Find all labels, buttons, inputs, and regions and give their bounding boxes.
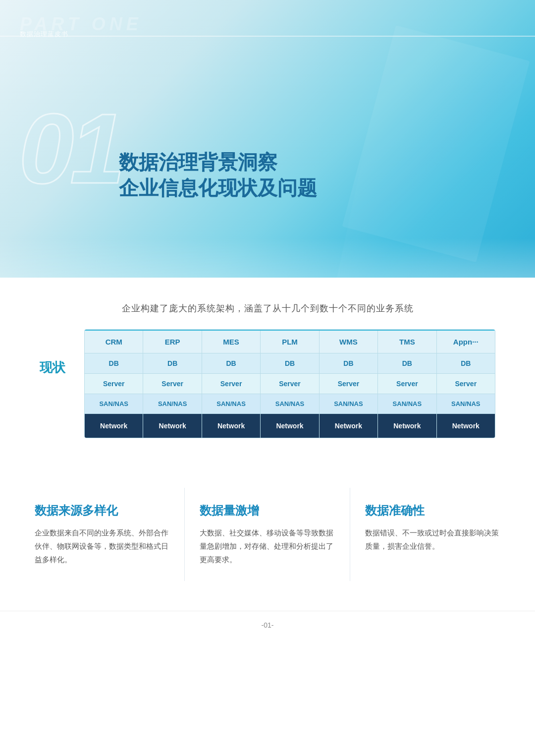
card-1: 数据量激增 大数据、社交媒体、移动设备等导致数据量急剧增加，对存储、处理和分析提… bbox=[185, 488, 350, 581]
table-cell-db-4: DB bbox=[320, 353, 377, 373]
table-cell-app-0: CRM bbox=[85, 331, 143, 353]
header-section: PART ONE 数据治理蓝皮书 01 数据治理背景洞察 企业信息化现状及问题 bbox=[0, 0, 535, 278]
table-cell-sannas-1: SAN/NAS bbox=[143, 394, 201, 413]
card-1-title: 数据量激增 bbox=[200, 503, 334, 518]
systems-section: 企业构建了庞大的系统架构，涵盖了从十几个到数十个不同的业务系统 现状 CRM E… bbox=[0, 278, 535, 463]
current-status-label: 现状 bbox=[40, 359, 69, 376]
table-cell-sannas-2: SAN/NAS bbox=[202, 394, 260, 413]
card-1-body: 大数据、社交媒体、移动设备等导致数据量急剧增加，对存储、处理和分析提出了更高要求… bbox=[200, 526, 334, 566]
table-cell-app-6: Appn··· bbox=[437, 331, 495, 353]
table-cell-db-3: DB bbox=[261, 353, 319, 373]
table-cell-app-4: WMS bbox=[320, 331, 377, 353]
table-cell-sannas-6: SAN/NAS bbox=[437, 394, 495, 413]
title-block: 数据治理背景洞察 企业信息化现状及问题 bbox=[119, 149, 317, 201]
table-cell-app-1: ERP bbox=[143, 331, 201, 353]
table-cell-network-0: Network bbox=[85, 414, 143, 438]
systems-subtitle: 企业构建了庞大的系统架构，涵盖了从十几个到数十个不同的业务系统 bbox=[40, 302, 495, 314]
table-cell-server-6: Server bbox=[437, 374, 495, 394]
table-cell-app-3: PLM bbox=[261, 331, 319, 353]
table-cell-server-1: Server bbox=[143, 374, 201, 394]
table-cell-network-1: Network bbox=[143, 414, 201, 438]
table-cell-db-0: DB bbox=[85, 353, 143, 373]
table-cell-db-1: DB bbox=[143, 353, 201, 373]
table-cell-sannas-5: SAN/NAS bbox=[378, 394, 436, 413]
table-cell-server-0: Server bbox=[85, 374, 143, 394]
table-cell-db-5: DB bbox=[378, 353, 436, 373]
card-2-title: 数据准确性 bbox=[365, 503, 500, 518]
card-0-body: 企业数据来自不同的业务系统、外部合作伙伴、物联网设备等，数据类型和格式日益多样化… bbox=[35, 526, 169, 566]
table-grid: CRM ERP MES PLM WMS TMS Appn··· DB DB DB… bbox=[85, 330, 495, 438]
title-line2: 企业信息化现状及问题 bbox=[119, 175, 317, 201]
table-cell-network-6: Network bbox=[437, 414, 495, 438]
table-cell-server-3: Server bbox=[261, 374, 319, 394]
breadcrumb-label: 数据治理蓝皮书 bbox=[20, 30, 68, 39]
table-cell-server-5: Server bbox=[378, 374, 436, 394]
header-fade bbox=[0, 238, 535, 278]
table-cell-db-2: DB bbox=[202, 353, 260, 373]
page-number: -01- bbox=[262, 621, 274, 629]
table-cell-network-2: Network bbox=[202, 414, 260, 438]
systems-container: 现状 CRM ERP MES PLM WMS TMS Appn··· DB DB… bbox=[40, 329, 495, 438]
table-cell-sannas-0: SAN/NAS bbox=[85, 394, 143, 413]
systems-table: CRM ERP MES PLM WMS TMS Appn··· DB DB DB… bbox=[84, 329, 495, 438]
big-number: 01 bbox=[19, 99, 121, 198]
card-2-body: 数据错误、不一致或过时会直接影响决策质量，损害企业信誉。 bbox=[365, 526, 500, 553]
title-line1: 数据治理背景洞察 bbox=[119, 149, 317, 175]
table-cell-server-2: Server bbox=[202, 374, 260, 394]
table-cell-network-4: Network bbox=[320, 414, 377, 438]
table-cell-network-5: Network bbox=[378, 414, 436, 438]
card-0-title: 数据来源多样化 bbox=[35, 503, 169, 518]
table-cell-network-3: Network bbox=[261, 414, 319, 438]
card-0: 数据来源多样化 企业数据来自不同的业务系统、外部合作伙伴、物联网设备等，数据类型… bbox=[20, 488, 185, 581]
table-cell-sannas-3: SAN/NAS bbox=[261, 394, 319, 413]
table-cell-sannas-4: SAN/NAS bbox=[320, 394, 377, 413]
three-cols-section: 数据来源多样化 企业数据来自不同的业务系统、外部合作伙伴、物联网设备等，数据类型… bbox=[0, 463, 535, 611]
table-cell-server-4: Server bbox=[320, 374, 377, 394]
table-cell-app-2: MES bbox=[202, 331, 260, 353]
table-cell-db-6: DB bbox=[437, 353, 495, 373]
card-2: 数据准确性 数据错误、不一致或过时会直接影响决策质量，损害企业信誉。 bbox=[350, 488, 515, 581]
table-cell-app-5: TMS bbox=[378, 331, 436, 353]
page-footer: -01- bbox=[0, 611, 535, 639]
